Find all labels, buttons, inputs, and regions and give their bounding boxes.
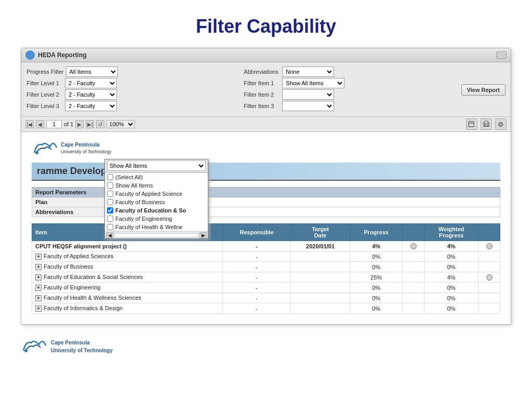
filter-level2-select[interactable]: 2 - Faculty xyxy=(65,89,117,100)
cell-weighted-progress: 0% xyxy=(424,262,478,272)
page-title: Filter Capability xyxy=(0,0,532,48)
svg-rect-3 xyxy=(485,121,488,123)
dropdown-item-label: Show All Items xyxy=(115,182,153,189)
expand-button[interactable]: + xyxy=(35,285,42,291)
expand-button[interactable]: + xyxy=(35,264,42,270)
cell-weighted-indicator xyxy=(478,293,500,303)
cell-progress-indicator xyxy=(403,272,424,283)
first-page-button[interactable]: |◀ xyxy=(25,120,34,128)
cell-progress-indicator xyxy=(403,293,424,303)
middle-filters: Abbreviations None Filter Item 1 Show Al… xyxy=(244,66,453,112)
cell-weighted-progress: 4% xyxy=(424,241,478,251)
refresh-button[interactable]: ↺ xyxy=(96,120,104,128)
filter-item2-label: Filter Item 2 xyxy=(244,91,280,98)
dropdown-checkbox[interactable] xyxy=(107,174,113,180)
abbreviations-label: Abbreviations xyxy=(244,69,280,75)
cell-weighted-progress: 0% xyxy=(424,283,478,293)
cell-progress-indicator xyxy=(403,303,424,314)
logo-area: Cape Peninsula University of Technology xyxy=(32,137,500,159)
filter-item1-label: Filter Item 1 xyxy=(244,80,280,86)
expand-button[interactable]: + xyxy=(35,295,42,301)
col-progress-icon xyxy=(403,224,424,241)
cell-weighted-indicator xyxy=(478,251,500,262)
cell-progress-indicator xyxy=(403,251,424,262)
dropdown-checkbox[interactable] xyxy=(107,224,113,230)
cell-target-date xyxy=(291,262,350,272)
abbrev-label-cell: Abbreviations xyxy=(32,207,105,217)
cell-progress: 0% xyxy=(350,251,402,262)
scroll-track[interactable] xyxy=(114,233,198,237)
filter-level1-select[interactable]: 2 - Faculty xyxy=(65,78,117,88)
dropdown-item[interactable]: Faculty of Business xyxy=(105,198,208,206)
filter-item1-select[interactable]: Show All Items xyxy=(282,78,344,88)
dropdown-checkbox[interactable] xyxy=(107,182,113,189)
expand-button[interactable]: + xyxy=(35,274,42,281)
dropdown-item-label: Faculty of Applied Science xyxy=(115,191,182,197)
cell-progress-indicator xyxy=(403,283,424,293)
table-row: +Faculty of Health & Wellness Sciences-0… xyxy=(32,293,500,303)
export-button[interactable] xyxy=(466,118,477,130)
plan-label-cell: Plan xyxy=(32,197,105,207)
filter-level3-row: Filter Level 3 2 - Faculty xyxy=(26,101,235,111)
dropdown-header-select[interactable]: Show All Items xyxy=(107,161,206,171)
dropdown-checkbox[interactable] xyxy=(107,199,113,205)
table-row: +Faculty of Business-0%0% xyxy=(32,262,500,272)
filter-level3-select[interactable]: 2 - Faculty xyxy=(65,101,117,111)
minimize-button[interactable] xyxy=(496,51,507,59)
cell-weighted-progress: 4% xyxy=(424,272,478,283)
filter-item3-select[interactable] xyxy=(282,101,334,111)
dropdown-item[interactable]: Faculty of Engineering xyxy=(105,215,208,223)
report-content: Cape Peninsula University of Technology … xyxy=(21,132,511,324)
abbreviations-select[interactable]: None xyxy=(282,66,334,77)
dropdown-item[interactable]: Show All Items xyxy=(105,181,208,190)
cell-responsible: - xyxy=(223,293,291,303)
expand-button[interactable]: + xyxy=(35,305,42,312)
cell-responsible: - xyxy=(223,262,291,272)
page-of-label: of 1 xyxy=(64,121,73,127)
dropdown-list: (Select All)Show All ItemsFaculty of App… xyxy=(105,172,208,231)
cell-item: CPUT HEQSF alignment project () xyxy=(32,241,223,251)
svg-rect-4 xyxy=(485,125,488,126)
cell-weighted-indicator xyxy=(478,303,500,314)
dropdown-checkbox[interactable] xyxy=(107,216,113,222)
cell-progress: 0% xyxy=(350,293,402,303)
cell-responsible: - xyxy=(223,303,291,314)
cell-item: +Faculty of Informatics & Design xyxy=(32,303,223,314)
prev-page-button[interactable]: ◀ xyxy=(36,120,44,128)
dropdown-checkbox[interactable] xyxy=(107,207,113,214)
dropdown-scrollbar: ◀ ▶ xyxy=(105,231,208,238)
col-progress: Progress xyxy=(350,224,402,241)
print-button[interactable] xyxy=(481,118,492,130)
last-page-button[interactable]: ▶| xyxy=(86,120,94,128)
expand-button[interactable]: + xyxy=(35,254,42,260)
view-report-button[interactable]: View Report xyxy=(461,84,506,96)
scroll-right-button[interactable]: ▶ xyxy=(200,232,207,238)
filter-level1-row: Filter Level 1 2 - Faculty xyxy=(26,78,235,88)
filter-dropdown-overlay: Show All Items (Select All)Show All Item… xyxy=(104,159,208,239)
heda-logo-icon xyxy=(25,50,35,60)
page-number-input[interactable] xyxy=(46,120,62,128)
dropdown-item[interactable]: Faculty of Applied Science xyxy=(105,190,208,198)
filter-level3-label: Filter Level 3 xyxy=(26,103,63,109)
table-row: +Faculty of Applied Sciences-0%0% xyxy=(32,251,500,262)
cell-progress: 4% xyxy=(350,241,402,251)
scroll-left-button[interactable]: ◀ xyxy=(106,232,113,238)
dropdown-item[interactable]: (Select All) xyxy=(105,173,208,181)
cell-target-date xyxy=(291,272,350,283)
col-weighted-icon xyxy=(478,224,500,241)
dropdown-checkbox[interactable] xyxy=(107,191,113,197)
cell-progress-indicator xyxy=(403,241,424,251)
next-page-button[interactable]: ▶ xyxy=(75,120,84,128)
dropdown-item-label: (Select All) xyxy=(115,174,143,180)
col-weighted-progress: WeightedProgress xyxy=(424,224,478,241)
params-header-cell: Report Parameters xyxy=(32,188,500,197)
filter-item2-select[interactable] xyxy=(282,89,334,100)
filter-level1-label: Filter Level 1 xyxy=(26,80,63,86)
progress-filter-select[interactable]: All Items xyxy=(66,66,118,77)
cell-responsible: - xyxy=(223,241,291,251)
dropdown-item[interactable]: Faculty of Education & So xyxy=(105,206,208,215)
settings-button[interactable]: ⚙ xyxy=(495,118,507,130)
dropdown-item[interactable]: Faculty of Health & Wellne xyxy=(105,223,208,231)
zoom-select[interactable]: 100% xyxy=(107,120,135,128)
cell-item: +Faculty of Engineering xyxy=(32,283,223,293)
